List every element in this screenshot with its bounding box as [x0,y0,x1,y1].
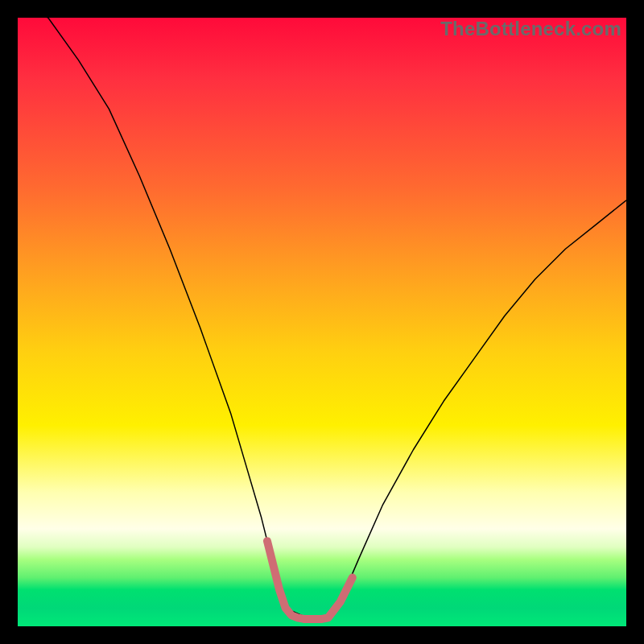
watermark-text: TheBottleneck.com [440,18,621,40]
chart-container: { "watermark": "TheBottleneck.com", "cha… [0,0,644,644]
heatmap-gradient [18,18,626,626]
plot-area: TheBottleneck.com [18,18,626,626]
